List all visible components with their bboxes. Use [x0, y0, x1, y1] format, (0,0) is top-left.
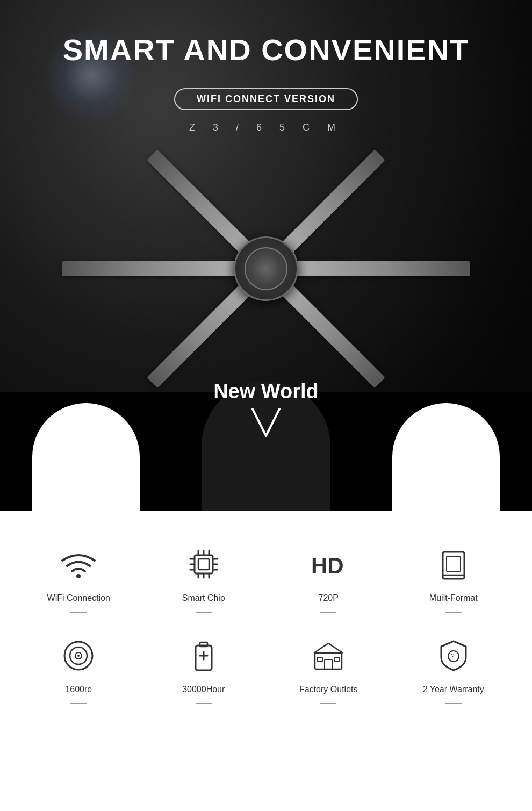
feature-chip: Smart Chip [147, 543, 261, 613]
factory-icon [307, 634, 350, 677]
model-number: Z 3 / 6 5 C M [189, 122, 343, 133]
title-underline [153, 77, 379, 77]
wifi-icon [57, 543, 100, 586]
format-underline [445, 612, 462, 613]
svg-rect-29 [317, 657, 322, 662]
feature-format: Muilt-Format [397, 543, 511, 613]
hour-label: 30000Hour [182, 685, 225, 694]
wifi-label: WiFi Connection [47, 593, 110, 603]
feature-wifi: WiFi Connection [21, 543, 136, 613]
fan-hub [234, 236, 298, 301]
chevron-down-icon [250, 406, 282, 446]
feature-hd: HD 720P [271, 543, 386, 613]
hero-title: SMART AND CONVENIENT [63, 32, 470, 67]
wifi-underline [70, 612, 87, 613]
battery-icon [182, 634, 225, 677]
svg-text:HD: HD [311, 553, 344, 578]
wifi-badge: WIFI CONNECT VERSION [174, 88, 358, 110]
feature-hour: 30000Hour [147, 634, 261, 704]
svg-text:?: ? [451, 652, 455, 660]
warranty-underline [445, 703, 462, 704]
hour-underline [196, 703, 212, 704]
warranty-label: 2 Year Warranty [423, 685, 484, 694]
hero-section: SMART AND CONVENIENT WIFI CONNECT VERSIO… [0, 0, 532, 511]
feature-factory: Factory Outlets [271, 634, 386, 704]
wave-white-right [392, 403, 500, 511]
svg-rect-28 [325, 659, 332, 669]
factory-underline [320, 703, 336, 704]
feature-warranty: ? 2 Year Warranty [397, 634, 511, 704]
svg-point-22 [77, 655, 80, 657]
features-grid: WiFi Connection [21, 543, 511, 704]
svg-rect-1 [195, 555, 213, 573]
chip-icon [182, 543, 225, 586]
format-label: Muilt-Format [429, 593, 478, 603]
wave-white-left [32, 403, 140, 511]
chip-label: Smart Chip [182, 593, 225, 603]
new-world-text: New World [213, 380, 319, 403]
svg-rect-24 [200, 642, 207, 647]
svg-point-0 [76, 574, 81, 578]
factory-label: Factory Outlets [299, 685, 357, 694]
resolution-label: 1600re [65, 685, 92, 694]
hd-icon: HD [307, 543, 350, 586]
features-section: WiFi Connection [0, 511, 532, 726]
resolution-underline [70, 703, 87, 704]
hd-label: 720P [319, 593, 339, 603]
format-icon [432, 543, 475, 586]
chip-underline [196, 612, 212, 613]
svg-rect-30 [334, 657, 340, 662]
resolution-icon [57, 634, 100, 677]
feature-resolution: 1600re [21, 634, 136, 704]
fan-hub-inner [245, 247, 287, 290]
hd-underline [320, 612, 336, 613]
svg-rect-18 [447, 556, 461, 571]
svg-rect-2 [198, 559, 209, 570]
warranty-icon: ? [432, 634, 475, 677]
